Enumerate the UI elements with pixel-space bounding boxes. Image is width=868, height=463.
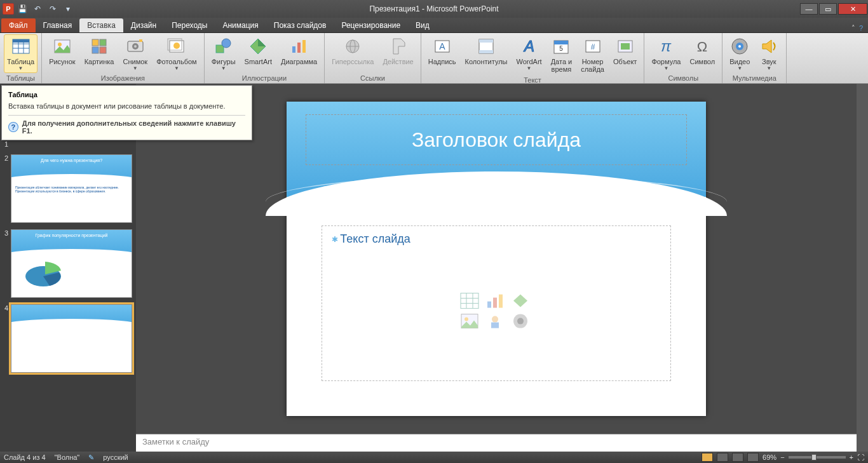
save-button[interactable]: 💾 <box>15 2 29 16</box>
smartart-button[interactable]: SmartArt <box>241 34 275 67</box>
qat-customize-icon[interactable]: ▾ <box>61 2 75 16</box>
normal-view-button[interactable] <box>702 453 713 462</box>
help-icon[interactable]: ? <box>859 24 863 32</box>
tab-slideshow[interactable]: Показ слайдов <box>266 18 334 32</box>
tab-design[interactable]: Дизайн <box>123 18 164 32</box>
insert-clipart-icon[interactable] <box>485 312 505 329</box>
wordart-icon: A <box>519 36 539 57</box>
tab-file[interactable]: Файл <box>1 18 36 32</box>
object-icon <box>615 36 635 57</box>
vertical-scrollbar[interactable] <box>857 84 868 452</box>
tab-insert[interactable]: Вставка <box>79 18 123 32</box>
sorter-view-button[interactable] <box>717 453 728 462</box>
tab-review[interactable]: Рецензирование <box>334 18 408 32</box>
thumbnail-3[interactable]: График популярности презентаций <box>11 229 132 298</box>
tab-home[interactable]: Главная <box>36 18 80 32</box>
group-label: Символы <box>648 73 718 83</box>
textbox-button[interactable]: AНадпись <box>425 34 459 67</box>
thumbnail-4[interactable] <box>11 304 132 373</box>
svg-point-47 <box>738 45 741 48</box>
picture-button[interactable]: Рисунок <box>46 34 79 67</box>
tab-animations[interactable]: Анимация <box>215 18 266 32</box>
object-button[interactable]: Объект <box>610 34 640 67</box>
chart-icon <box>289 36 309 57</box>
shapes-button[interactable]: Фигуры▼ <box>208 34 239 73</box>
svg-text:5: 5 <box>560 45 564 52</box>
svg-rect-11 <box>100 47 106 53</box>
smartart-icon <box>248 36 268 57</box>
datetime-button[interactable]: 5Дата и время <box>548 34 576 75</box>
thumbnail-row[interactable]: 1 Разработка презентаций <box>2 140 132 148</box>
thumbnail-row[interactable]: 2 Для чего нужна презентация? Презентаци… <box>2 154 132 223</box>
tooltip-help: ? Для получения дополнительных сведений … <box>8 115 245 135</box>
symbol-icon: Ω <box>692 36 712 57</box>
headerfooter-button[interactable]: Колонтитулы <box>462 34 511 67</box>
spellcheck-icon[interactable]: ✎ <box>88 453 94 462</box>
notes-pane[interactable]: Заметки к слайду <box>136 434 857 452</box>
thumbnail-row[interactable]: 3 График популярности презентаций <box>2 229 132 298</box>
tooltip-body: Вставка таблицы в документ или рисование… <box>8 102 245 110</box>
svg-point-7 <box>58 43 62 46</box>
title-placeholder[interactable]: Заголовок слайда <box>306 114 687 165</box>
photoalbum-button[interactable]: Фотоальбом▼ <box>153 34 200 73</box>
svg-rect-5 <box>13 39 29 43</box>
insert-media-icon[interactable] <box>511 312 530 329</box>
insert-table-icon[interactable] <box>460 292 479 309</box>
clipart-button[interactable]: Картинка <box>81 34 118 67</box>
symbol-button[interactable]: ΩСимвол <box>686 34 718 67</box>
video-button[interactable]: Видео▼ <box>726 34 753 73</box>
minimize-button[interactable]: — <box>800 3 818 15</box>
svg-point-61 <box>492 316 498 322</box>
undo-button[interactable]: ↶ <box>31 2 44 16</box>
svg-text:Ω: Ω <box>697 39 707 55</box>
screenshot-icon <box>125 36 146 57</box>
slideshow-view-button[interactable] <box>747 453 759 462</box>
svg-rect-10 <box>92 47 98 53</box>
group-illustrations: Фигуры▼ SmartArt Диаграмма Иллюстрации <box>205 33 325 83</box>
audio-icon <box>759 36 779 57</box>
table-button[interactable]: Таблица▼ <box>4 34 37 73</box>
svg-rect-9 <box>100 39 106 46</box>
slidenumber-button[interactable]: #Номер слайда <box>578 34 607 75</box>
thumbnail-row[interactable]: 4 <box>2 304 132 373</box>
svg-marker-48 <box>763 40 771 53</box>
tab-view[interactable]: Вид <box>408 18 437 32</box>
group-symbols: πФормула▼ ΩСимвол Символы <box>644 33 722 83</box>
svg-text:π: π <box>661 37 672 55</box>
screenshot-button[interactable]: Снимок▼ <box>119 34 151 73</box>
svg-rect-33 <box>479 39 493 43</box>
zoom-out-button[interactable]: − <box>780 453 784 461</box>
zoom-level[interactable]: 69% <box>763 453 776 461</box>
zoom-slider[interactable] <box>789 456 846 459</box>
close-button[interactable]: ✕ <box>838 3 867 15</box>
svg-point-60 <box>465 317 468 321</box>
insert-smartart-icon[interactable] <box>511 292 530 309</box>
fit-window-button[interactable]: ⛶ <box>857 453 864 461</box>
redo-button[interactable]: ↷ <box>46 2 60 16</box>
insert-picture-icon[interactable] <box>460 312 479 329</box>
zoom-in-button[interactable]: + <box>850 453 853 461</box>
wordart-button[interactable]: AWordArt▼ <box>513 34 545 73</box>
group-label: Иллюстрации <box>208 73 321 83</box>
thumbnail-2[interactable]: Для чего нужна презентация? Презентация … <box>11 154 132 223</box>
headerfooter-icon <box>476 36 496 57</box>
maximize-button[interactable]: ▭ <box>819 3 837 15</box>
ribbon-tabs: Файл Главная Вставка Дизайн Переходы Ани… <box>0 18 868 33</box>
equation-icon: π <box>656 36 676 57</box>
insert-chart-icon[interactable] <box>485 292 505 309</box>
svg-rect-19 <box>216 45 224 53</box>
language-indicator[interactable]: русский <box>103 453 128 461</box>
slide[interactable]: Заголовок слайда Текст слайда <box>287 102 706 416</box>
app-icon[interactable]: P <box>3 3 14 15</box>
ribbon-minimize-icon[interactable]: ˄ <box>851 24 855 32</box>
content-placeholder[interactable]: Текст слайда <box>322 225 671 381</box>
chart-button[interactable]: Диаграмма <box>278 34 320 67</box>
group-media: Видео▼ Звук▼ Мультимедиа <box>722 33 787 83</box>
tooltip: Таблица Вставка таблицы в документ или р… <box>1 85 252 140</box>
audio-button[interactable]: Звук▼ <box>756 34 782 73</box>
tab-transitions[interactable]: Переходы <box>164 18 215 32</box>
reading-view-button[interactable] <box>732 453 743 462</box>
theme-name: "Волна" <box>55 453 80 461</box>
equation-button[interactable]: πФормула▼ <box>648 34 684 73</box>
svg-rect-42 <box>621 43 630 50</box>
